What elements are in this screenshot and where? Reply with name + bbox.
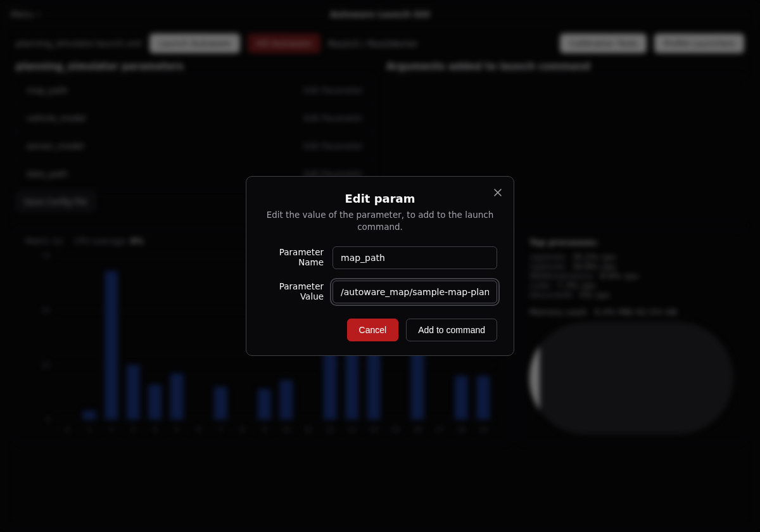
close-icon bbox=[493, 188, 502, 197]
modal-title: Edit param bbox=[263, 192, 497, 205]
cancel-button[interactable]: Cancel bbox=[347, 319, 399, 341]
modal-description: Edit the value of the parameter, to add … bbox=[263, 209, 497, 232]
modal-overlay[interactable]: Edit param Edit the value of the paramet… bbox=[0, 0, 760, 532]
add-to-command-button[interactable]: Add to command bbox=[406, 319, 497, 341]
edit-param-dialog: Edit param Edit the value of the paramet… bbox=[246, 176, 514, 355]
close-button[interactable] bbox=[491, 186, 505, 200]
param-name-input[interactable] bbox=[332, 246, 497, 269]
param-value-label: Parameter Value bbox=[263, 282, 324, 301]
param-value-input[interactable] bbox=[332, 281, 497, 303]
param-name-label: Parameter Name bbox=[263, 248, 324, 267]
